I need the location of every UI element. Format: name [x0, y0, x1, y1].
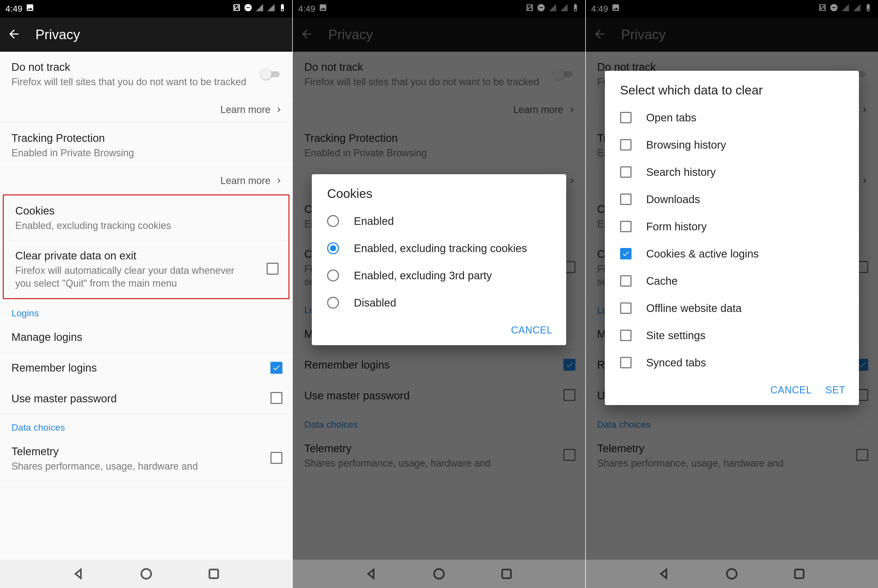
picture-icon [26, 3, 34, 14]
clear-item-label: Downloads [646, 192, 700, 206]
clear-item[interactable]: Browsing history [608, 131, 856, 158]
page-title: Privacy [35, 27, 80, 42]
setting-remember-logins[interactable]: Remember logins [0, 352, 292, 383]
checkbox-icon[interactable] [620, 139, 632, 150]
radio-icon[interactable] [327, 242, 339, 254]
chevron-right-icon [274, 105, 284, 114]
nfc-icon [232, 3, 241, 14]
setting-telemetry[interactable]: Telemetry Shares performance, usage, har… [0, 436, 292, 481]
radio-icon[interactable] [327, 270, 339, 282]
checkbox-icon[interactable] [620, 166, 632, 178]
phone-1: 4:49 Privacy Do not track Firefox will t… [0, 0, 293, 588]
cookies-option-enabled[interactable]: Enabled [315, 207, 563, 235]
highlight-box: Cookies Enabled, excluding tracking cook… [3, 194, 290, 299]
svg-rect-1 [246, 8, 250, 8]
clear-item[interactable]: Search history [608, 158, 856, 186]
set-button[interactable]: SET [825, 384, 845, 396]
checkbox-icon[interactable] [620, 275, 632, 286]
clear-item-label: Browsing history [646, 138, 726, 152]
setting-master-password[interactable]: Use master password [0, 383, 292, 414]
nav-recent-icon[interactable] [207, 567, 220, 580]
checkbox-icon[interactable] [620, 303, 632, 314]
radio-icon[interactable] [327, 297, 339, 309]
section-data-choices: Data choices [0, 414, 292, 436]
clear-item[interactable]: Offline website data [608, 294, 856, 322]
svg-rect-3 [209, 570, 218, 578]
clear-item[interactable]: Cache [608, 267, 856, 294]
section-logins: Logins [0, 300, 292, 322]
clear-item[interactable]: Form history [608, 213, 856, 240]
clear-item[interactable]: Synced tabs [608, 349, 856, 376]
clear-data-dialog: Select which data to clear Open tabsBrow… [605, 71, 859, 405]
setting-do-not-track[interactable]: Do not track Firefox will tell sites tha… [0, 52, 292, 97]
cookies-dialog: Cookies Enabled Enabled, excluding track… [312, 174, 566, 345]
clear-item-label: Cache [646, 274, 678, 288]
remember-logins-checkbox[interactable] [270, 362, 282, 374]
dnd-icon [244, 3, 252, 14]
setting-tracking-protection[interactable]: Tracking Protection Enabled in Private B… [0, 123, 292, 168]
clear-item-label: Form history [646, 219, 707, 234]
setting-cookies[interactable]: Cookies Enabled, excluding tracking cook… [4, 195, 288, 241]
clear-item[interactable]: Downloads [608, 186, 856, 213]
telemetry-checkbox[interactable] [270, 452, 282, 464]
learn-more-tracking[interactable]: Learn more [0, 168, 292, 194]
dnt-switch[interactable] [261, 68, 282, 80]
setting-manage-logins[interactable]: Manage logins [0, 322, 292, 352]
signal-icon-2 [267, 3, 275, 14]
clear-item-label: Offline website data [646, 301, 742, 315]
checkbox-icon[interactable] [620, 194, 632, 205]
learn-more-dnt[interactable]: Learn more [0, 97, 292, 123]
checkbox-icon[interactable] [620, 112, 632, 123]
clear-item[interactable]: Site settings [608, 322, 856, 349]
back-icon[interactable] [7, 27, 21, 42]
nav-bar [0, 560, 292, 588]
settings-list[interactable]: Do not track Firefox will tell sites tha… [0, 52, 292, 560]
clear-item-label: Cookies & active logins [646, 247, 759, 261]
status-bar: 4:49 [0, 0, 292, 17]
setting-clear-on-exit[interactable]: Clear private data on exit Firefox will … [4, 240, 288, 298]
cookies-option-excl-tracking[interactable]: Enabled, excluding tracking cookies [315, 235, 563, 262]
checkbox-icon[interactable] [620, 221, 632, 232]
nav-home-icon[interactable] [140, 567, 153, 580]
cookies-option-excl-3rd[interactable]: Enabled, excluding 3rd party [315, 262, 563, 289]
clear-item[interactable]: Cookies & active logins [608, 240, 856, 267]
clear-item-label: Synced tabs [646, 356, 706, 370]
svg-point-2 [141, 569, 151, 579]
phone-3: 4:49 Privacy Do not trackFirefox will te… [586, 0, 878, 588]
dialog-title: Cookies [315, 186, 563, 207]
phone-2: 4:49 Privacy Do not track Firefox will t… [293, 0, 585, 588]
checkbox-icon[interactable] [620, 248, 632, 260]
dialog-title: Select which data to clear [608, 83, 856, 104]
checkbox-icon[interactable] [620, 357, 632, 368]
clear-item-label: Site settings [646, 328, 705, 342]
nav-back-icon[interactable] [72, 567, 85, 580]
app-bar: Privacy [0, 17, 292, 52]
battery-icon [278, 3, 287, 14]
master-pw-checkbox[interactable] [270, 392, 282, 404]
clear-item-label: Search history [646, 165, 716, 179]
radio-icon[interactable] [327, 215, 339, 227]
checkbox-icon[interactable] [620, 330, 632, 341]
signal-icon [255, 3, 264, 14]
cancel-button[interactable]: CANCEL [511, 324, 552, 336]
clear-exit-checkbox[interactable] [267, 263, 279, 274]
cancel-button[interactable]: CANCEL [770, 384, 812, 396]
cookies-option-disabled[interactable]: Disabled [315, 289, 563, 316]
clear-item[interactable]: Open tabs [608, 104, 856, 131]
chevron-right-icon [274, 176, 284, 185]
status-time: 4:49 [6, 4, 23, 14]
clear-item-label: Open tabs [646, 111, 696, 124]
